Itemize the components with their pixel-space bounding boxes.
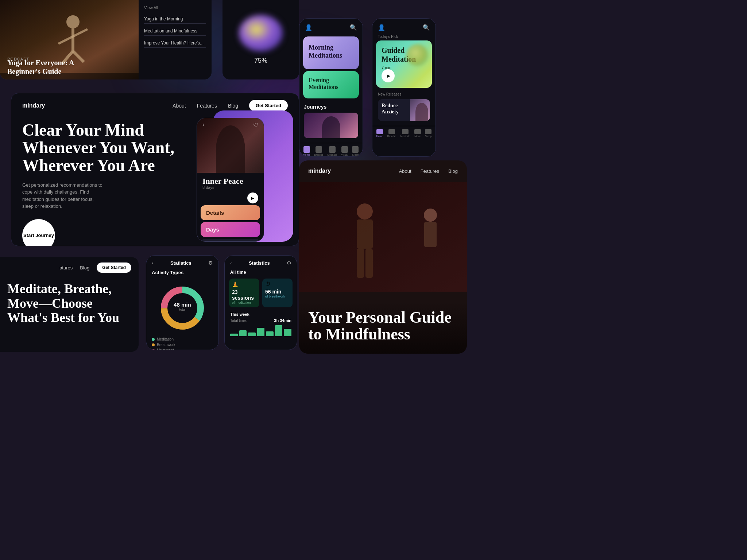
settings-icon[interactable]: ⚙ [208, 260, 213, 266]
play-button[interactable]: ▶ [247, 192, 258, 203]
hero-body: Clear Your Mind Whenever You Want, Where… [11, 118, 299, 246]
profile-icon[interactable]: 👤 [305, 24, 312, 31]
tnav-meditate[interactable]: Meditate [400, 129, 410, 137]
days-button[interactable]: Days [201, 222, 260, 237]
activity-types-subtitle: Activity Types [146, 268, 218, 277]
all-time-label: All time [225, 268, 297, 277]
tp-header: 👤 🔍 [372, 19, 436, 35]
tnav-move[interactable]: Move [414, 129, 421, 137]
details-button[interactable]: Details [201, 205, 260, 220]
evening-meditations-card[interactable]: Evening Meditations [303, 71, 359, 98]
start-journey-button[interactable]: Start Journey [22, 219, 55, 246]
mf-nav-about[interactable]: About [399, 168, 411, 174]
list-item[interactable]: Meditation and Mindfulness [144, 27, 206, 36]
hero-subtext: Get personalized recommendations to cope… [22, 182, 102, 210]
svg-rect-15 [357, 219, 373, 249]
reduce-anxiety-card[interactable]: Reduce Anxiety [378, 99, 430, 121]
list-item[interactable]: Improve Your Health? Here's... [144, 39, 206, 48]
donut-center-label: 48 min [174, 302, 191, 308]
bl-headline: Meditate, Breathe, Move—Choose What's Be… [0, 278, 139, 329]
hero-headline: Clear Your Mind Whenever You Want, Where… [22, 121, 186, 174]
hero-get-started-button[interactable]: Get Started [249, 100, 288, 111]
sessions-label: of meditation [232, 301, 256, 304]
progress-text: 75% [254, 57, 267, 65]
list-item[interactable]: Yoga in the Morning [144, 15, 206, 24]
meditations-mobile-card: 👤 🔍 Morning Meditations Evening Meditati… [299, 18, 363, 157]
statistics-time-card: ‹ Statistics ⚙ All time 🧘 23 sessions of… [224, 255, 297, 350]
podcast-image: PODCAST Yoga for Everyone: A Beginner's … [0, 0, 139, 79]
search-icon[interactable]: 🔍 [350, 24, 357, 31]
svg-rect-13 [299, 182, 467, 292]
mf-background-scene [299, 182, 467, 292]
nav-item-sleep[interactable]: Sleep [352, 146, 359, 156]
more-journeys-button[interactable]: More Journeys [201, 239, 260, 242]
favorite-icon[interactable]: ♡ [253, 122, 258, 129]
mobile-nav: Home Breathe Meditate Visual Sleep [299, 143, 363, 157]
back-icon[interactable]: ‹ [202, 122, 204, 128]
nav-item-home[interactable]: Home [303, 146, 310, 156]
bar-3 [248, 332, 256, 336]
tnav-home[interactable]: Home [376, 129, 383, 137]
back-icon[interactable]: ‹ [152, 260, 154, 266]
donut-legend: Meditation Breathwork Movement [146, 335, 218, 350]
scene-svg [299, 182, 467, 292]
journeys-section: Journeys [299, 100, 363, 140]
inner-peace-phone-card: ‹ ♡ Inner Peace 8 days ▶ Details Days Mo… [197, 118, 264, 242]
tp-search-icon[interactable]: 🔍 [423, 24, 430, 31]
mindfulness-guide-card: mindary About Features Blog [299, 160, 467, 354]
bar-2 [239, 330, 247, 337]
hero-nav-features[interactable]: Features [197, 103, 217, 109]
statistics-title: Statistics [170, 260, 191, 266]
st-header: ‹ Statistics ⚙ [225, 256, 297, 268]
nav-item-breathe[interactable]: Breathe [314, 146, 323, 156]
podcast-title: Yoga for Everyone: A Beginner's Guide [7, 58, 80, 76]
svg-point-14 [357, 203, 373, 219]
play-button[interactable] [382, 69, 395, 82]
new-releases-section: New Releases Reduce Anxiety [372, 88, 436, 123]
bl-nav-blog[interactable]: Blog [80, 265, 89, 271]
guided-meditation-card[interactable]: Guided Meditation 7 min [376, 40, 432, 88]
bar-5 [266, 331, 274, 336]
settings-icon[interactable]: ⚙ [287, 260, 291, 266]
svg-rect-19 [424, 222, 437, 247]
orb-decoration [406, 44, 428, 66]
podcast-list: View All Yoga in the Morning Meditation … [139, 0, 212, 79]
mindfulness-headline: Your Personal Guide to Mindfulness [308, 309, 458, 343]
breathwork-stat: ⏱ 56 min of breathwork [262, 279, 293, 307]
mins-num: 56 min [265, 289, 290, 295]
stats-row: 🧘 23 sessions of meditation ⏱ 56 min of … [225, 277, 297, 309]
tnav-sleep[interactable]: Sleep [425, 129, 431, 137]
bl-navigation: atures Blog Get Started [0, 257, 139, 278]
tp-profile-icon[interactable]: 👤 [378, 24, 385, 31]
hero-left-content: Clear Your Mind Whenever You Want, Where… [22, 121, 186, 246]
bl-nav-features[interactable]: atures [59, 265, 73, 271]
svg-point-18 [424, 209, 437, 222]
morning-meditations-card[interactable]: Morning Meditations [303, 36, 359, 69]
tp-bottom-nav: Home Breathe Meditate Move Sleep [372, 126, 436, 140]
bar-4 [257, 328, 265, 336]
hero-nav-about[interactable]: About [173, 103, 186, 109]
evening-meditations-title: Evening Meditations [309, 77, 353, 90]
bottom-left-website-card: atures Blog Get Started Meditate, Breath… [0, 257, 139, 352]
bl-get-started-button[interactable]: Get Started [97, 262, 131, 273]
total-time-row: Total time: 3h 34min [225, 318, 297, 323]
gradient-orb [239, 15, 283, 51]
tnav-breathe[interactable]: Breathe [387, 129, 396, 137]
sessions-stat: 🧘 23 sessions of meditation [229, 279, 259, 307]
statistics-time-title: Statistics [249, 260, 270, 266]
bar-7 [284, 329, 291, 336]
svg-rect-17 [365, 249, 373, 278]
nav-item-meditate[interactable]: Meditate [327, 146, 337, 156]
breathwork-icon: ⏱ [265, 281, 290, 287]
svg-point-1 [66, 15, 80, 28]
back-icon[interactable]: ‹ [230, 260, 232, 266]
mf-nav-blog[interactable]: Blog [448, 168, 458, 174]
nav-item-visual[interactable]: Visual [341, 146, 348, 156]
hero-logo: mindary [22, 102, 45, 109]
inner-peace-image: ‹ ♡ [197, 118, 264, 173]
journey-image[interactable] [304, 113, 358, 138]
view-all-link[interactable]: View All [144, 5, 206, 10]
hero-nav-blog[interactable]: Blog [228, 103, 238, 109]
total-time-val: 3h 34min [274, 318, 291, 323]
mf-nav-features[interactable]: Features [421, 168, 439, 174]
